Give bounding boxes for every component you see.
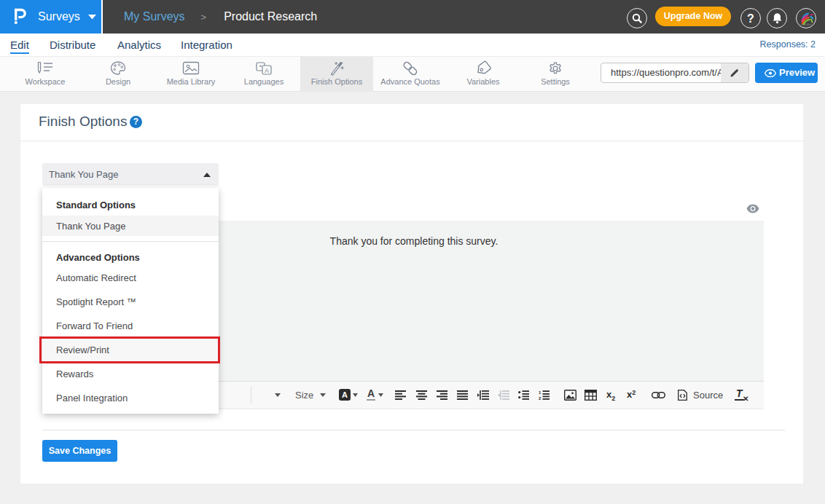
svg-text:1: 1 [539, 390, 541, 395]
svg-text:*: * [259, 63, 262, 71]
svg-text:2: 2 [539, 396, 541, 400]
svg-text:A: A [265, 67, 269, 74]
